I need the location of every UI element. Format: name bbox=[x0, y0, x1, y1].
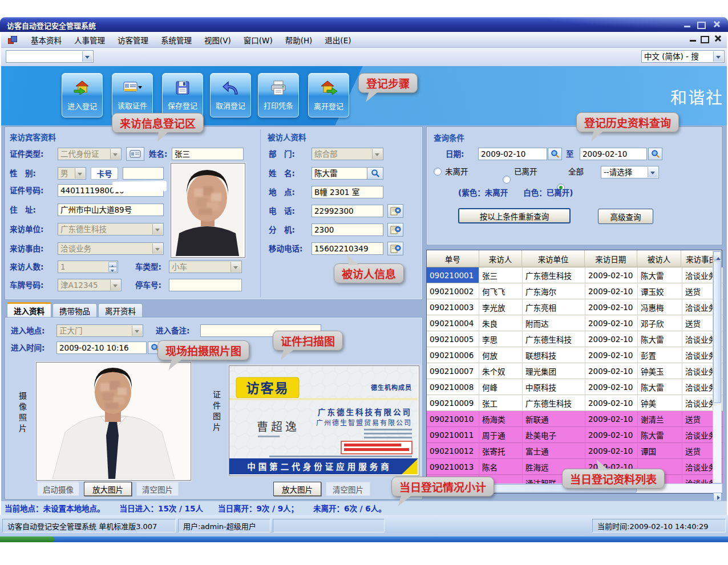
table-cell[interactable]: 朱个奴 bbox=[479, 363, 523, 379]
radio-not-left[interactable] bbox=[434, 168, 442, 176]
table-cell[interactable]: 广东德生科技 bbox=[523, 395, 585, 411]
tab-leave-info[interactable]: 离开资料 bbox=[98, 303, 143, 317]
language-combobox[interactable]: 中文 (简体) - 搜 bbox=[641, 50, 725, 63]
column-header[interactable]: 来访单位 bbox=[522, 250, 585, 267]
table-cell[interactable]: 何飞飞 bbox=[479, 283, 523, 299]
table-cell[interactable]: 富士通 bbox=[523, 443, 585, 459]
scroll-right-icon[interactable] bbox=[713, 493, 722, 501]
toolbar-combobox[interactable] bbox=[6, 50, 94, 63]
column-header[interactable]: 来访日期 bbox=[585, 250, 637, 267]
table-cell[interactable]: 090210005 bbox=[427, 331, 479, 347]
table-cell[interactable]: 广东海尔 bbox=[523, 283, 585, 299]
dial-mobile-button[interactable] bbox=[387, 242, 403, 255]
table-cell[interactable]: 李光放 bbox=[479, 299, 523, 315]
table-cell[interactable]: 谢清兰 bbox=[638, 411, 682, 427]
table-cell[interactable]: 何峰 bbox=[479, 379, 523, 395]
reason-combobox[interactable]: 洽谈业务 bbox=[58, 242, 164, 255]
table-cell[interactable]: 2009-02-10 bbox=[585, 363, 638, 379]
table-cell[interactable]: 2009-02-10 bbox=[585, 379, 638, 395]
table-cell[interactable]: 2009-02-10 bbox=[585, 411, 638, 427]
table-cell[interactable]: 彭置 bbox=[638, 347, 682, 363]
cancel-register-button[interactable]: 取消登记 bbox=[210, 73, 251, 117]
table-cell[interactable]: 中原科技 bbox=[523, 379, 585, 395]
table-row[interactable]: 090210002何飞飞广东海尔2009-02-10谭玉姣送货 bbox=[427, 283, 723, 299]
filter-combobox[interactable]: --请选择 bbox=[601, 166, 659, 178]
table-cell[interactable]: 广东德生科技 bbox=[523, 267, 585, 283]
table-row[interactable]: 090210006何放联想科技2009-02-10彭置洽谈业务 bbox=[427, 347, 723, 363]
vehicle-type-combobox[interactable]: 小车 bbox=[169, 261, 242, 273]
chevron-down-icon[interactable] bbox=[713, 51, 723, 62]
clear-scan-button[interactable]: 清空图片 bbox=[326, 482, 370, 496]
table-cell[interactable]: 2009-02-10 bbox=[585, 395, 638, 411]
minimize-icon[interactable] bbox=[684, 26, 690, 27]
table-cell[interactable]: 周于通 bbox=[479, 427, 523, 443]
column-header[interactable]: 来访人 bbox=[479, 250, 523, 267]
mdi-minimize-icon[interactable] bbox=[690, 40, 696, 42]
menu-item-help[interactable]: 帮助(H) bbox=[279, 32, 319, 48]
table-cell[interactable]: 090210013 bbox=[427, 459, 479, 475]
table-cell[interactable]: 谭玉姣 bbox=[638, 283, 682, 299]
card-reader-button[interactable] bbox=[126, 147, 144, 161]
plate-combobox[interactable]: 津A12345 bbox=[58, 279, 122, 291]
table-cell[interactable]: 附而达 bbox=[523, 315, 585, 331]
location-field[interactable]: B幢 2301 室 bbox=[312, 186, 383, 198]
table-cell[interactable]: 理光集团 bbox=[523, 363, 585, 379]
mdi-close-icon[interactable] bbox=[714, 35, 721, 42]
table-cell[interactable]: 邓子欣 bbox=[638, 315, 682, 331]
phone-field[interactable]: 22992300 bbox=[312, 205, 383, 217]
table-cell[interactable]: 广东德生科技 bbox=[523, 331, 585, 347]
menu-item-system[interactable]: 系统管理 bbox=[155, 32, 198, 48]
table-cell[interactable]: 陈名 bbox=[479, 459, 523, 475]
close-icon[interactable] bbox=[713, 21, 720, 28]
dial-ext-button[interactable] bbox=[387, 223, 403, 237]
clear-photo-button[interactable]: 清空图片 bbox=[136, 482, 179, 496]
count-stepper[interactable]: 1 bbox=[58, 261, 118, 273]
leave-register-button[interactable]: 离开登记 bbox=[308, 73, 349, 117]
v-scroll-thumb[interactable] bbox=[713, 261, 721, 403]
scroll-up-icon[interactable] bbox=[713, 251, 721, 260]
menu-item-window[interactable]: 窗口(W) bbox=[237, 32, 279, 48]
parking-field[interactable] bbox=[169, 279, 242, 291]
table-cell[interactable]: 2009-02-10 bbox=[585, 299, 638, 315]
table-row[interactable]: 090210011周于通赴美电子2009-02-10陈大雷洽谈业务 bbox=[427, 427, 723, 443]
table-row[interactable]: 090210003李光放广东亮相2009-02-10冯惠梅洽谈业务 bbox=[427, 299, 723, 315]
table-cell[interactable]: 陈大雷 bbox=[638, 427, 682, 443]
table-cell[interactable]: 090210012 bbox=[427, 443, 479, 459]
table-cell[interactable]: 陈大雷 bbox=[638, 379, 682, 395]
spin-up-icon[interactable] bbox=[108, 262, 117, 267]
spin-down-icon[interactable] bbox=[108, 267, 117, 272]
card-no-field[interactable] bbox=[123, 167, 164, 180]
table-cell[interactable]: 090210004 bbox=[427, 315, 479, 331]
tab-carried-items[interactable]: 携带物品 bbox=[52, 303, 97, 317]
table-cell[interactable]: 090210006 bbox=[427, 347, 479, 363]
table-cell[interactable]: 谭国 bbox=[638, 443, 682, 459]
table-cell[interactable]: 090210003 bbox=[427, 299, 479, 315]
print-slip-button[interactable]: 打印凭条 bbox=[258, 73, 299, 117]
entry-time-field[interactable]: 2009-02-10 10:16 bbox=[56, 342, 147, 354]
company-combobox[interactable]: 广东德生科技 bbox=[58, 223, 164, 235]
table-cell[interactable]: 钟美玉 bbox=[638, 363, 682, 379]
table-cell[interactable]: 2009-02-10 bbox=[585, 347, 638, 363]
column-header[interactable]: 单号 bbox=[427, 250, 479, 267]
table-row[interactable]: 090210012张寄托富士通2009-02-10谭国送货 bbox=[427, 443, 723, 459]
table-cell[interactable]: 冯惠梅 bbox=[638, 299, 682, 315]
entry-place-combobox[interactable]: 正大门 bbox=[56, 324, 143, 337]
mobile-field[interactable]: 15602210349 bbox=[312, 242, 383, 255]
mdi-restore-icon[interactable] bbox=[701, 36, 709, 43]
table-cell[interactable]: 2009-02-10 bbox=[585, 427, 638, 443]
table-cell[interactable]: 广东亮相 bbox=[523, 299, 585, 315]
menu-item-hr[interactable]: 人事管理 bbox=[68, 32, 111, 48]
table-cell[interactable]: 090210011 bbox=[427, 427, 479, 443]
v-scrollbar[interactable] bbox=[713, 251, 722, 483]
radio-left-label[interactable]: 已离开 bbox=[514, 167, 537, 176]
table-row[interactable]: 090210004朱良附而达2009-02-10邓子欣送货 bbox=[427, 315, 723, 331]
enter-register-button[interactable]: 进入登记 bbox=[62, 73, 103, 117]
search-person-button[interactable] bbox=[367, 167, 383, 180]
table-row[interactable]: 090210005李思广东德生科技2009-02-10陈大雷洽谈业务 bbox=[427, 331, 723, 347]
save-register-button[interactable]: 保存登记 bbox=[162, 73, 203, 117]
table-row[interactable]: 090210007朱个奴理光集团2009-02-10钟美玉洽谈业务 bbox=[427, 363, 723, 379]
table-cell[interactable]: 090210001 bbox=[427, 267, 479, 283]
table-row[interactable]: 090210009张工广东德生科技2009-02-10钟美洽谈业务 bbox=[427, 395, 723, 411]
table-cell[interactable]: 张三 bbox=[479, 267, 523, 283]
table-cell[interactable]: 090210010 bbox=[427, 411, 479, 427]
